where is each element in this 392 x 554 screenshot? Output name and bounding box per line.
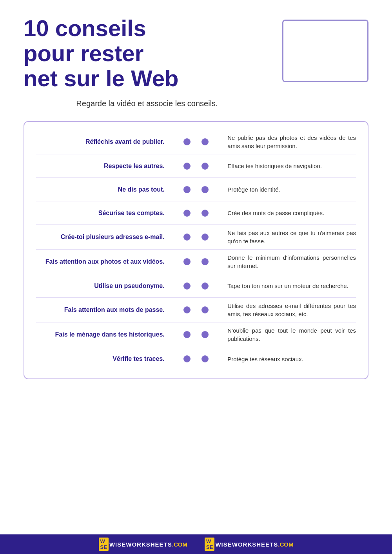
right-dot-5 [201,234,209,241]
matching-row: Utilise un pseudonyme. Tape ton ton nom … [36,274,356,298]
left-item-7: Utilise un pseudonyme. [36,282,171,290]
left-item-9: Fais le ménage dans tes historiques. [36,330,171,339]
right-item-9: N'oublie pas que tout le monde peut voir… [221,326,356,343]
matching-row: Sécurise tes comptes. Crée des mots de p… [36,201,356,225]
title-line1: 10 conseils [24,15,146,41]
title-line2: pour rester [24,40,143,66]
left-dot-7 [183,282,191,290]
connector-2 [171,163,222,170]
left-item-4: Sécurise tes comptes. [36,209,171,217]
connector-7 [171,282,222,290]
connector-3 [171,186,222,193]
matching-row: Réfléchis avant de publier. Ne publie pa… [36,130,356,154]
matching-row: Crée-toi plusieurs adresses e-mail. Ne f… [36,225,356,250]
right-item-2: Efface tes historiques de navigation. [221,162,356,170]
right-dot-3 [201,186,209,193]
left-item-3: Ne dis pas tout. [36,185,171,194]
footer: WSE WISEWORKSHEETS .COM WSE WISEWORKSHEE… [0,534,392,554]
footer-logo-left: WSE [99,538,109,551]
footer-separator [195,541,197,548]
footer-dot-left: .COM [172,541,187,548]
matching-row: Fais attention aux photos et aux vidéos.… [36,250,356,274]
left-item-2: Respecte les autres. [36,162,171,170]
left-dot-2 [183,163,191,170]
matching-row: Ne dis pas tout. Protège ton identité. [36,178,356,201]
footer-logo-box-left: WSE [99,538,109,551]
footer-section-left: WSE WISEWORKSHEETS .COM [99,538,187,551]
video-placeholder [282,20,368,82]
left-item-6: Fais attention aux photos et aux vidéos. [36,257,171,266]
left-dot-1 [183,138,191,145]
left-dot-10 [183,355,191,362]
right-item-10: Protège tes réseaux sociaux. [221,355,356,363]
right-dot-9 [201,331,209,338]
right-item-3: Protège ton identité. [221,185,356,194]
left-dot-4 [183,210,191,217]
footer-text-right: WISEWORKSHEETS [215,541,278,548]
matching-row: Fais attention aux mots de passe. Utilis… [36,298,356,322]
connector-6 [171,258,222,265]
footer-dot-right: .COM [278,541,293,548]
left-dot-9 [183,331,191,338]
footer-text-left: WISEWORKSHEETS [109,541,172,548]
right-dot-1 [201,138,209,145]
right-item-7: Tape ton ton nom sur un moteur de recher… [221,282,356,290]
left-item-5: Crée-toi plusieurs adresses e-mail. [36,233,171,241]
left-item-8: Fais attention aux mots de passe. [36,306,171,314]
page: 10 conseils pour rester net sur le Web R… [0,0,392,554]
matching-row: Respecte les autres. Efface tes historiq… [36,154,356,178]
left-dot-6 [183,258,191,265]
right-item-6: Donne le minimum d'informations personne… [221,253,356,270]
left-dot-5 [183,234,191,241]
connector-1 [171,138,222,145]
connector-4 [171,210,222,217]
right-item-4: Crée des mots de passe compliqués. [221,209,356,217]
footer-section-right: WSE WISEWORKSHEETS .COM [205,538,293,551]
matching-row: Fais le ménage dans tes historiques. N'o… [36,322,356,347]
matching-row: Vérifie tes traces. Protège tes réseaux … [36,347,356,371]
right-item-5: Ne fais pas aux autres ce que tu n'aimer… [221,229,356,245]
title-line3: net sur le Web [24,65,178,91]
left-dot-3 [183,186,191,193]
footer-logo-box-right: WSE [205,538,214,551]
connector-9 [171,331,222,338]
left-dot-8 [183,306,191,313]
footer-logo-right: WSE [205,538,215,551]
right-item-1: Ne publie pas des photos et des vidéos d… [221,134,356,150]
subtitle: Regarde la vidéo et associe les conseils… [24,98,270,109]
right-item-8: Utilise des adresses e-mail différentes … [221,302,356,318]
title-block: 10 conseils pour rester net sur le Web R… [24,16,270,109]
connector-10 [171,355,222,362]
right-dot-7 [201,282,209,290]
connector-8 [171,306,222,313]
right-dot-10 [201,355,209,362]
left-item-10: Vérifie tes traces. [36,355,171,363]
matching-container: Réfléchis avant de publier. Ne publie pa… [24,121,368,379]
right-dot-8 [201,306,209,313]
main-title: 10 conseils pour rester net sur le Web [24,16,270,91]
right-dot-6 [201,258,209,265]
right-dot-4 [201,210,209,217]
right-dot-2 [201,163,209,170]
left-item-1: Réfléchis avant de publier. [36,138,171,146]
header-section: 10 conseils pour rester net sur le Web R… [24,16,368,109]
connector-5 [171,234,222,241]
